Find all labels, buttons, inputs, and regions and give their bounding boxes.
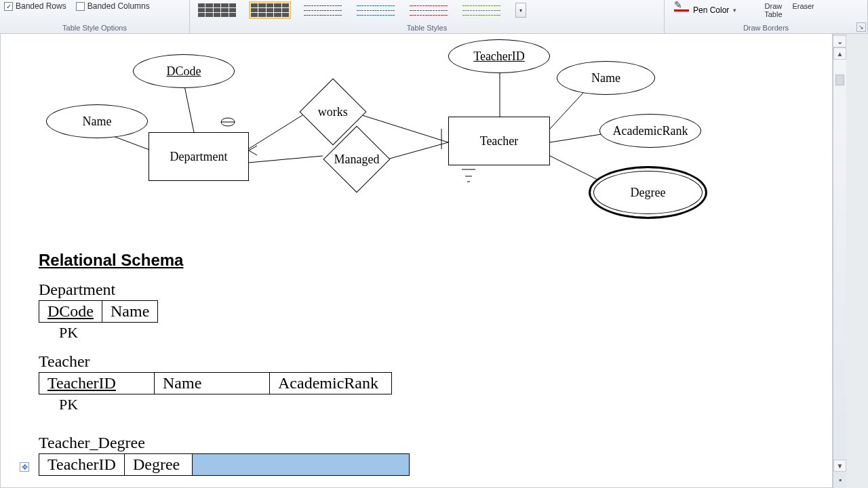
style-thumb-dashed-red[interactable] xyxy=(410,3,448,17)
document-content: DCode Name Department works Managed Teac… xyxy=(1,34,832,487)
table-move-handle-icon[interactable]: ✥ xyxy=(20,462,29,472)
svg-line-2 xyxy=(248,115,302,149)
pk-label-teacher: PK xyxy=(59,396,410,413)
checkmark-icon: ✓ xyxy=(4,2,13,11)
attr-name-teacher: Name xyxy=(557,61,655,95)
scroll-down-icon[interactable]: ▼ xyxy=(833,460,846,472)
draw-table-label: Draw Table xyxy=(760,2,787,18)
attr-name-dept: Name xyxy=(46,104,148,138)
chevron-down-icon: ▾ xyxy=(733,7,736,14)
next-page-icon[interactable]: ∘ xyxy=(833,473,846,485)
attr-degree-multivalued: Degree xyxy=(589,166,707,219)
workspace: DCode Name Department works Managed Teac… xyxy=(0,34,868,488)
table-teacher[interactable]: TeacherID Name AcademicRank xyxy=(39,372,392,394)
label-banded-rows: Banded Rows xyxy=(16,1,66,11)
group-table-style-options: ✓ Banded Rows Banded Columns Table Style… xyxy=(0,0,190,33)
group-table-styles: ▾ Table Styles xyxy=(190,0,665,33)
col-td-teacherid[interactable]: TeacherID xyxy=(39,454,125,476)
col-teacherid[interactable]: TeacherID xyxy=(39,373,155,394)
pen-color-label: Pen Color xyxy=(693,5,729,15)
table-teacher-degree[interactable]: TeacherID Degree xyxy=(39,453,410,476)
scroll-thumb[interactable] xyxy=(835,75,844,85)
eraser-label: Eraser xyxy=(792,2,814,10)
attr-teacherid: TeacherID xyxy=(448,39,550,73)
draw-table-button[interactable]: Draw Table xyxy=(760,2,787,18)
svg-line-5 xyxy=(387,142,448,159)
table-name-teacher: Teacher xyxy=(39,352,410,371)
table-name-teacher-degree: Teacher_Degree xyxy=(39,434,410,452)
checkbox-empty-icon xyxy=(76,2,85,11)
svg-line-4 xyxy=(362,115,448,142)
col-name-teacher[interactable]: Name xyxy=(155,373,270,394)
document-page: DCode Name Department works Managed Teac… xyxy=(0,34,833,488)
group-draw-borders: Pen Color ▾ Draw Table Eraser Draw Borde… xyxy=(665,0,868,33)
svg-line-3 xyxy=(248,156,323,163)
group-label-styles: Table Styles xyxy=(194,24,660,33)
selected-empty-cell[interactable] xyxy=(192,454,409,476)
schema-heading: Relational Schema xyxy=(39,251,410,270)
checkbox-banded-rows[interactable]: ✓ Banded Rows xyxy=(4,1,66,11)
svg-line-0 xyxy=(184,83,194,132)
table-name-department: Department xyxy=(39,281,410,299)
checkbox-banded-columns[interactable]: Banded Columns xyxy=(76,1,150,11)
svg-line-11 xyxy=(249,146,257,150)
minimize-ribbon-icon[interactable]: ⌄ xyxy=(833,35,846,47)
style-thumb-dashed-green[interactable] xyxy=(462,3,500,17)
pk-label-dept: PK xyxy=(59,324,410,342)
svg-line-12 xyxy=(249,150,257,155)
col-name-dept[interactable]: Name xyxy=(102,301,158,323)
attr-dcode: DCode xyxy=(133,54,235,88)
entity-teacher: Teacher xyxy=(448,117,550,165)
table-department[interactable]: DCode Name xyxy=(39,300,158,323)
ribbon: ✓ Banded Rows Banded Columns Table Style… xyxy=(0,0,868,34)
gallery-expand-button[interactable]: ▾ xyxy=(515,3,526,18)
group-label-tso: Table Style Options xyxy=(4,24,185,33)
attr-academic-rank: AcademicRank xyxy=(599,114,701,148)
table-styles-gallery[interactable]: ▾ xyxy=(194,1,660,19)
pen-icon xyxy=(674,9,689,12)
col-academic-rank[interactable]: AcademicRank xyxy=(270,373,392,394)
style-thumb-solid[interactable] xyxy=(198,3,236,17)
scroll-up-icon[interactable]: ▲ xyxy=(833,47,846,60)
label-banded-columns: Banded Columns xyxy=(87,1,150,11)
pen-color-dropdown[interactable]: Pen Color ▾ xyxy=(669,1,742,19)
style-thumb-dashed-blue[interactable] xyxy=(357,3,395,17)
group-label-borders: Draw Borders xyxy=(669,24,863,33)
side-tools: ⌄ xyxy=(833,35,853,49)
col-dcode[interactable]: DCode xyxy=(39,301,102,323)
dialog-launcher-icon[interactable]: ↘ xyxy=(856,22,866,32)
style-thumb-dashed-gray[interactable] xyxy=(304,3,342,17)
relational-schema-section: Relational Schema Department DCode Name … xyxy=(39,251,410,476)
eraser-button[interactable]: Eraser xyxy=(792,2,814,10)
style-thumb-selected[interactable] xyxy=(251,3,289,17)
entity-department: Department xyxy=(149,132,249,181)
vertical-scrollbar[interactable]: ▭ ▲ ▼ ∘ xyxy=(833,34,846,488)
col-td-degree[interactable]: Degree xyxy=(124,454,192,476)
